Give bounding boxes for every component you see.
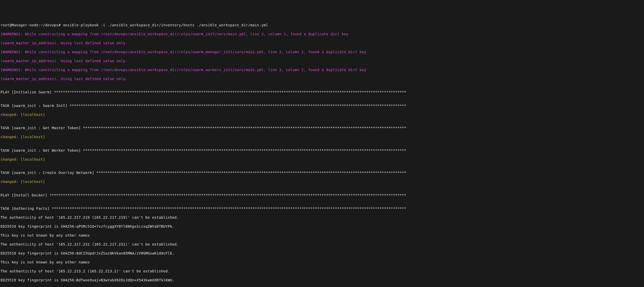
ssh-prompt-line: ED25519 key fingerprint is SHA256:8dCI5U… — [1, 251, 643, 256]
ssh-prompt-line: The authenticity of host '165.22.217.219… — [1, 215, 643, 220]
ssh-prompt-line: ED25519 key fingerprint is SHA256:qPSMc5… — [1, 224, 643, 229]
task-header: TASK [swarm_init : Get Master Token] ***… — [1, 126, 643, 130]
ssh-prompt-line: The authenticity of host '165.22.217.231… — [1, 242, 643, 247]
task-header: TASK [swarm_init : Swarm Init] *********… — [1, 104, 643, 108]
task-label: TASK [Gathering Facts] — [1, 206, 52, 211]
asterisk-fill: ****************************************… — [54, 90, 406, 94]
play-header: PLAY [Install Docker] ******************… — [1, 193, 643, 198]
warning-line: (swarm_master_ip_address). Using last de… — [1, 59, 643, 63]
asterisk-fill: ****************************************… — [96, 171, 406, 175]
asterisk-fill: ****************************************… — [83, 148, 406, 152]
warning-line: [WARNING]: While constructing a mapping … — [1, 32, 643, 37]
task-label: TASK [swarm_init : Get Master Token] — [1, 126, 83, 130]
asterisk-fill: ****************************************… — [70, 104, 406, 108]
ssh-prompt-line: ED25519 key fingerprint is SHA256:BdTwoe… — [1, 278, 643, 283]
task-status: changed: [localhost] — [1, 113, 643, 117]
asterisk-fill: ****************************************… — [52, 206, 406, 211]
ssh-prompt-line: The authenticity of host '165.22.213.2 (… — [1, 269, 643, 274]
command-text: ansible-playbook -i ./ansible_workspace_… — [63, 23, 268, 27]
play-label: PLAY [Initialize Swarm] — [1, 90, 54, 94]
play-header: PLAY [Initialize Swarm] ****************… — [1, 90, 643, 95]
task-status: changed: [localhost] — [1, 135, 643, 139]
warning-line: (swarm_master_ip_address). Using last de… — [1, 77, 643, 81]
warning-line: [WARNING]: While constructing a mapping … — [1, 50, 643, 54]
play-label: PLAY [Install Docker] — [1, 193, 50, 197]
warning-line: [WARNING]: While constructing a mapping … — [1, 68, 643, 72]
prompt-line[interactable]: root@Manager-node:~/devops# ansible-play… — [1, 23, 643, 28]
task-status: changed: [localhost] — [1, 157, 643, 162]
task-header: TASK [swarm_init : Create Overlay Networ… — [1, 171, 643, 175]
prompt-sep: # — [58, 23, 63, 27]
prompt-cwd: ~/devops — [41, 23, 58, 27]
warning-line: (swarm_master_ip_address). Using last de… — [1, 41, 643, 46]
task-label: TASK [swarm_init : Get Worker Token] — [1, 148, 83, 152]
prompt-user-host: root@Manager-node — [1, 23, 38, 27]
task-header: TASK [swarm_init : Get Worker Token] ***… — [1, 148, 643, 153]
task-header: TASK [Gathering Facts] *****************… — [1, 206, 643, 211]
task-status: changed: [localhost] — [1, 180, 643, 184]
task-label: TASK [swarm_init : Swarm Init] — [1, 104, 70, 108]
task-label: TASK [swarm_init : Create Overlay Networ… — [1, 171, 96, 175]
ssh-prompt-line: This key is not known by any other names — [1, 233, 643, 238]
terminal-output: root@Manager-node:~/devops# ansible-play… — [1, 18, 643, 287]
ssh-prompt-line: This key is not known by any other names — [1, 260, 643, 265]
asterisk-fill: ****************************************… — [50, 193, 406, 197]
prompt-path: : — [38, 23, 41, 27]
asterisk-fill: ****************************************… — [83, 126, 406, 130]
